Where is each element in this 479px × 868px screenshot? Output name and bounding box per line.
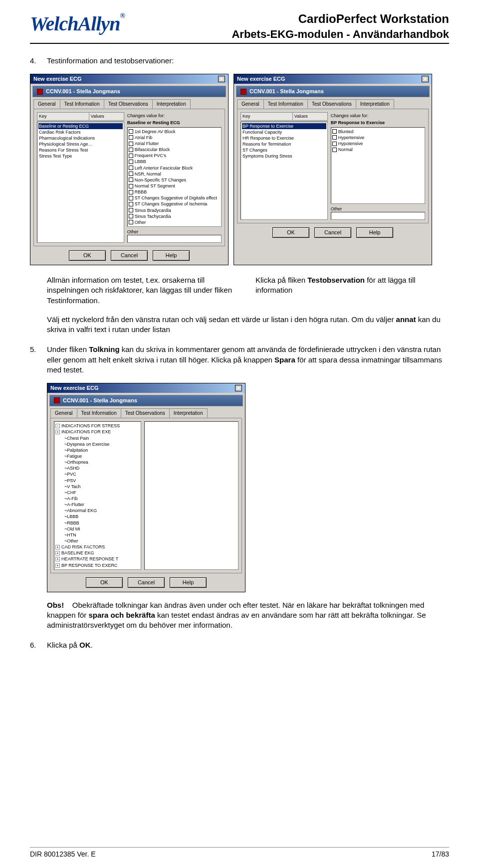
checkbox-item[interactable]: Blunted bbox=[332, 129, 424, 135]
list-item[interactable]: Reasons for Termination bbox=[242, 141, 326, 147]
tree-leaf[interactable]: ~Orthopnea bbox=[64, 459, 140, 465]
keys-listbox[interactable]: BP Response to Exercise Functional Capac… bbox=[240, 122, 328, 220]
checkbox-item[interactable]: 1st Degree AV Block bbox=[129, 129, 220, 135]
tree-node[interactable]: +BP RESPONSE TO EXERC bbox=[55, 562, 140, 568]
column-header-key[interactable]: Key bbox=[240, 112, 293, 120]
tab-general[interactable]: General bbox=[33, 99, 60, 109]
tree-leaf[interactable]: ~Other bbox=[64, 538, 140, 544]
ok-button[interactable]: OK bbox=[86, 577, 123, 588]
tree-leaf[interactable]: ~HTN bbox=[64, 532, 140, 538]
tab-interpretation[interactable]: Interpretation bbox=[169, 408, 208, 418]
interpretation-editor[interactable] bbox=[144, 421, 239, 569]
list-item[interactable]: BP Response to Exercise bbox=[242, 123, 326, 129]
list-item[interactable]: Stress Test Type bbox=[38, 153, 123, 159]
cancel-button[interactable]: Cancel bbox=[314, 227, 351, 238]
tree-leaf[interactable]: ~ASHD bbox=[64, 465, 140, 471]
checkbox-item[interactable]: Left Anterior Fascicular Block bbox=[129, 165, 220, 171]
tab-test-observations[interactable]: Test Observations bbox=[121, 408, 170, 418]
tree-node[interactable]: +BASELINE EKG bbox=[55, 550, 140, 556]
other-input[interactable] bbox=[331, 212, 425, 220]
tree-leaf[interactable]: ~Abnormal EKG bbox=[64, 508, 140, 514]
checkbox-item[interactable]: Other bbox=[129, 219, 220, 225]
list-item[interactable]: Cardiac Risk Factors bbox=[38, 129, 123, 135]
tree-leaf[interactable]: ~A-Fib bbox=[64, 496, 140, 502]
column-header-key[interactable]: Key bbox=[37, 112, 89, 120]
tab-test-information[interactable]: Test Information bbox=[60, 99, 104, 109]
dialog-subtitle: CCNV.001 - Stella Jongmans bbox=[236, 86, 430, 97]
list-item[interactable]: Physiological Stress Age… bbox=[38, 141, 123, 147]
tree-leaf[interactable]: ~Chest Pain bbox=[64, 435, 140, 441]
tab-interpretation[interactable]: Interpretation bbox=[356, 99, 394, 109]
step-6-text: Klicka på OK. bbox=[47, 640, 93, 650]
help-button[interactable]: Help bbox=[170, 577, 207, 588]
tree-leaf[interactable]: ~Dyspnea on Exercise bbox=[64, 441, 140, 447]
step-5-number: 5. bbox=[30, 345, 40, 375]
tree-leaf[interactable]: ~PSV bbox=[64, 478, 140, 484]
close-icon[interactable]: × bbox=[235, 385, 242, 391]
tree-node[interactable]: +CAD RISK FACTORS bbox=[55, 544, 140, 550]
checkbox-item[interactable]: RBBB bbox=[129, 189, 220, 195]
tree-leaf[interactable]: ~CHF bbox=[64, 490, 140, 496]
other-input[interactable] bbox=[127, 235, 222, 243]
tree-node[interactable]: +HEARTRATE RESPONSE T bbox=[55, 556, 140, 562]
interpretation-tree[interactable]: −INDICATIONS FOR STRESS +INDICATIONS FOR… bbox=[54, 421, 141, 569]
tab-test-observations[interactable]: Test Observations bbox=[307, 99, 356, 109]
checkbox-item[interactable]: ST Changes Suggestive of Digitalis effec… bbox=[129, 195, 220, 201]
checkbox-item[interactable]: Atrial Flutter bbox=[129, 141, 220, 147]
tree-leaf[interactable]: ~A-Flutter bbox=[64, 502, 140, 508]
list-item[interactable]: Functional Capacity bbox=[242, 129, 326, 135]
dialog-title-text: New exercise ECG bbox=[50, 384, 99, 392]
tree-leaf[interactable]: ~Fatigue bbox=[64, 453, 140, 459]
checkbox-item[interactable]: Sinus Bradycardia bbox=[129, 207, 220, 213]
tree-leaf[interactable]: ~Old MI bbox=[64, 526, 140, 532]
keys-listbox[interactable]: Baseline or Resting ECG Cardiac Risk Fac… bbox=[37, 122, 124, 243]
checkbox-item[interactable]: Atrial Fib bbox=[129, 135, 220, 141]
values-checklist[interactable]: Blunted Hypertensive Hypotensive Normal bbox=[331, 127, 425, 204]
list-item[interactable]: Symptoms During Stress bbox=[242, 153, 326, 159]
tree-leaf[interactable]: ~PVC bbox=[64, 471, 140, 477]
ok-button[interactable]: OK bbox=[272, 227, 309, 238]
column-header-values[interactable]: Values bbox=[293, 112, 328, 120]
checkbox-item[interactable]: ST Changes Suggestive of Ischemia bbox=[129, 201, 220, 207]
page-footer: DIR 80012385 Ver. E 17/83 bbox=[30, 847, 449, 858]
checkbox-item[interactable]: Non-Specific ST Changes bbox=[129, 177, 220, 183]
tab-interpretation[interactable]: Interpretation bbox=[152, 99, 191, 109]
checkbox-item[interactable]: Frequent PVC's bbox=[129, 153, 220, 159]
tree-node[interactable]: +INDICATIONS FOR EXE bbox=[55, 429, 140, 435]
list-item[interactable]: Reasons For Stress Test bbox=[38, 147, 123, 153]
list-item[interactable]: ST Changes bbox=[242, 147, 326, 153]
checkbox-item[interactable]: LBBB bbox=[129, 159, 220, 165]
values-checklist[interactable]: 1st Degree AV Block Atrial Fib Atrial Fl… bbox=[127, 127, 222, 227]
close-icon[interactable]: × bbox=[422, 76, 429, 82]
checkbox-item[interactable]: Bifascicular Block bbox=[129, 147, 220, 153]
close-icon[interactable]: × bbox=[218, 76, 225, 82]
caption-left: Allmän information om testet, t.ex. orsa… bbox=[47, 275, 240, 306]
column-header-values[interactable]: Values bbox=[89, 112, 124, 120]
checkbox-item[interactable]: Hypotensive bbox=[332, 141, 424, 147]
step-4-number: 4. bbox=[30, 56, 40, 66]
checkbox-item[interactable]: Hypertensive bbox=[332, 135, 424, 141]
help-button[interactable]: Help bbox=[153, 250, 190, 261]
tree-leaf[interactable]: ~V Tach bbox=[64, 484, 140, 490]
other-label: Other bbox=[127, 229, 139, 234]
cancel-button[interactable]: Cancel bbox=[128, 577, 165, 588]
checkbox-item[interactable]: NSR, Normal bbox=[129, 171, 220, 177]
tree-node[interactable]: −INDICATIONS FOR STRESS bbox=[55, 423, 140, 429]
checkbox-item[interactable]: Normal ST Segment bbox=[129, 183, 220, 189]
list-item[interactable]: HR Response to Exercise bbox=[242, 135, 326, 141]
checkbox-item[interactable]: Sinus Tachycardia bbox=[129, 213, 220, 219]
tree-leaf[interactable]: ~RBBB bbox=[64, 520, 140, 526]
help-button[interactable]: Help bbox=[356, 227, 393, 238]
list-item[interactable]: Pharmacological Indications bbox=[38, 135, 123, 141]
tree-leaf[interactable]: ~Palpitation bbox=[64, 447, 140, 453]
tab-test-information[interactable]: Test Information bbox=[77, 408, 121, 418]
cancel-button[interactable]: Cancel bbox=[111, 250, 148, 261]
tab-general[interactable]: General bbox=[50, 408, 77, 418]
ok-button[interactable]: OK bbox=[69, 250, 106, 261]
tab-general[interactable]: General bbox=[237, 99, 264, 109]
tab-test-observations[interactable]: Test Observations bbox=[104, 99, 153, 109]
list-item[interactable]: Baseline or Resting ECG bbox=[38, 123, 123, 129]
checkbox-item[interactable]: Normal bbox=[332, 147, 424, 153]
tree-leaf[interactable]: ~LBBB bbox=[64, 514, 140, 520]
tab-test-information[interactable]: Test Information bbox=[263, 99, 308, 109]
